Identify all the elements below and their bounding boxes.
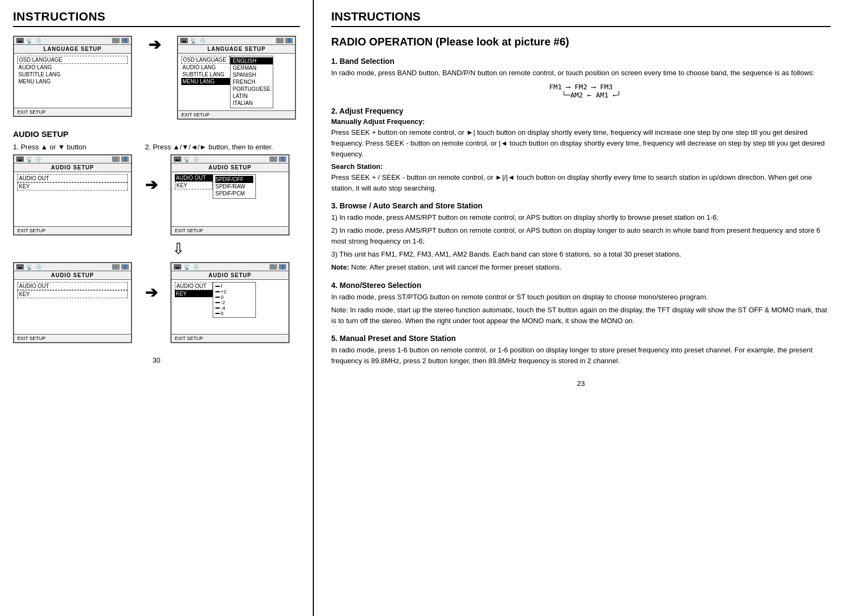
- screen-title-language2: LANGUAGE SETUP: [178, 45, 295, 54]
- screen-header-after: ▬ 📡 💿 🔊 👤: [178, 37, 295, 45]
- language-after-diagram: ▬ 📡 💿 🔊 👤 LANGUAGE SETUP OSD LANGUAGE: [177, 36, 296, 120]
- audio-title1: AUDIO SETUP: [14, 163, 131, 172]
- audio-header2: ▬ 📡 💿 🔊 👤: [172, 155, 288, 163]
- key-bar1: [215, 286, 220, 287]
- spdif-raw: SPDIF/RAW: [215, 183, 253, 190]
- band-diagram: FM1 ⟶ FM2 ⟶ FM3 └─AM2 ← AM1 ←┘: [331, 83, 831, 99]
- manually-adjust-heading: Manually Adjust Frequency:: [331, 117, 831, 126]
- audio-title1b: AUDIO SETUP: [14, 271, 131, 280]
- vol-icon2: 🔊: [276, 38, 284, 43]
- antenna-icon5: 📡: [25, 264, 33, 270]
- user-icon6: 👤: [279, 264, 286, 270]
- menu-subtitle-lang2: SUBTITLE LANG: [181, 71, 230, 78]
- right-section-title: INSTRUCTIONS: [331, 10, 831, 27]
- audio-out-item: AUDIO OUT: [17, 174, 128, 182]
- menu-audio-lang: AUDIO LANG: [17, 64, 128, 71]
- mono-stereo-note: Note: In radio mode, start up the stereo…: [331, 305, 831, 326]
- key-val-m4: -4: [221, 305, 225, 311]
- mono-stereo-p1: In radio mode, press ST/PTOG button on r…: [331, 292, 831, 303]
- user-icon3: 👤: [121, 156, 129, 162]
- key-bar3: [215, 297, 220, 298]
- audio-footer-key: EXIT SETUP: [172, 334, 288, 342]
- step1-label: 1. Press ▲ or ▼ button: [13, 143, 132, 151]
- disc-icon2: 💿: [199, 38, 206, 43]
- menu-menu-lang-selected: MENU LANG: [181, 78, 230, 85]
- spdif-submenu: SPDIF/OFF SPDIF/RAW SPDIF/PCM: [213, 174, 256, 199]
- browse-auto-p1: 1) In radio mode, press AMS/RPT button o…: [331, 212, 831, 223]
- audio-header-icons-rk: 🔊 👤: [269, 264, 286, 270]
- browse-auto-note: Note: Note: After preset station, unit w…: [331, 262, 831, 273]
- page-number-right: 23: [331, 379, 831, 388]
- audio-screen-step1: ▬ 📡 💿 🔊 👤 AUDIO SETUP AUDIO OUT KEY EXIT…: [13, 154, 132, 235]
- section-manual-preset: 5. Manual Preset and Store Station In ra…: [331, 334, 831, 366]
- section-band-selection: 1. Band Selection In radio mode, press B…: [331, 57, 831, 99]
- tv-icon2: ▬: [180, 38, 188, 43]
- language-setup-section: ▬ 📡 💿 🔊 👤 LANGUAGE SETUP OSD LANGUAGE AU…: [13, 36, 300, 120]
- key-val-f: f: [221, 284, 222, 289]
- header-icons-left2: ▬ 📡 💿: [180, 38, 206, 43]
- audio-header-icons-l1b: ▬ 📡 💿: [16, 264, 42, 270]
- submenu-latin: LATIN: [231, 93, 273, 100]
- screen-title-language: LANGUAGE SETUP: [14, 45, 131, 54]
- key-itemk: KEY: [175, 290, 213, 297]
- tv-icon3: ▬: [16, 156, 24, 162]
- arrow-right-language: ➔: [148, 36, 161, 120]
- key-bar2: [215, 291, 220, 292]
- audio-step2-screen-wrapper: ▬ 📡 💿 🔊 👤 AUDIO SETUP AUDIO OUT KEY: [170, 154, 290, 235]
- vol-icon3: 🔊: [112, 156, 120, 162]
- antenna-icon2: 📡: [189, 38, 197, 43]
- disc-icon6: 💿: [192, 264, 200, 270]
- section-browse-auto: 3. Browse / Auto Search and Store Statio…: [331, 201, 831, 273]
- tv-icon5: ▬: [16, 264, 24, 270]
- browse-auto-p2: 2) In radio mode, press AMS/RPT button o…: [331, 225, 831, 247]
- audio-title2: AUDIO SETUP: [172, 163, 288, 172]
- manual-preset-text: In radio mode, press 1-6 button on remot…: [331, 345, 831, 366]
- key-val-0: 0: [221, 294, 223, 300]
- browse-auto-heading: 3. Browse / Auto Search and Store Statio…: [331, 201, 831, 210]
- screen-content-language-before: OSD LANGUAGE AUDIO LANG SUBTITLE LANG ME…: [14, 54, 131, 108]
- audio-header-icons-lk: ▬ 📡 💿: [174, 264, 200, 270]
- spdif-off: SPDIF/OFF: [215, 176, 253, 183]
- audio-footer1: EXIT SETUP: [14, 226, 131, 234]
- band-selection-heading: 1. Band Selection: [331, 57, 831, 65]
- audio-out-itemk: AUDIO OUT: [175, 282, 213, 290]
- key-val-p2: +2: [221, 289, 226, 294]
- tv-icon4: ▬: [174, 156, 181, 162]
- submenu-spanish: SPANISH: [231, 71, 273, 78]
- key-row-p2: +2: [215, 289, 253, 294]
- audio-step-labels-row: 1. Press ▲ or ▼ button 2. Press ▲/▼/◄/► …: [13, 143, 300, 154]
- audio-title-key: AUDIO SETUP: [172, 271, 288, 280]
- tv-icon6: ▬: [174, 264, 181, 270]
- language-screen-before: ▬ 📡 💿 🔊 👤 LANGUAGE SETUP OSD LANGUAGE AU…: [13, 36, 132, 117]
- key-item1b: KEY: [17, 290, 128, 298]
- spdif-pcm: SPDIF/PCM: [215, 190, 253, 197]
- submenu-portuguese: PORTUGUESE: [231, 86, 273, 93]
- adjust-frequency-heading: 2. Adjust Frequency: [331, 107, 831, 115]
- disc-icon: 💿: [35, 38, 42, 43]
- audio-footer2: EXIT SETUP: [172, 226, 288, 234]
- language-screen-after: ▬ 📡 💿 🔊 👤 LANGUAGE SETUP OSD LANGUAGE: [177, 36, 296, 120]
- user-icon4: 👤: [279, 156, 286, 162]
- header-icons-right: 🔊 👤: [112, 38, 129, 43]
- antenna-icon4: 📡: [183, 156, 190, 162]
- menu-menu-lang: MENU LANG: [17, 78, 128, 85]
- screen-footer-exit1: EXIT SETUP: [14, 108, 131, 116]
- mono-stereo-heading: 4. Mono/Stereo Selection: [331, 281, 831, 290]
- vol-icon6: 🔊: [269, 264, 277, 270]
- header-icons-right2: 🔊 👤: [276, 38, 293, 43]
- audio-header-icons-r1b: 🔊 👤: [112, 264, 129, 270]
- key-val-b: b: [221, 311, 223, 316]
- note-bold-browse: Note:: [331, 263, 349, 271]
- left-panel: INSTRUCTIONS ▬ 📡 💿 🔊 👤 LANGUAGE SETUP: [0, 0, 314, 616]
- left-section-title: INSTRUCTIONS: [13, 10, 300, 27]
- audio-out-item1b: AUDIO OUT: [17, 282, 128, 290]
- disc-icon3: 💿: [35, 156, 42, 162]
- arrow-right-audio1: ➔: [145, 176, 157, 194]
- language-submenu: ENGLISH GERMAN SPANISH FRENCH PORTUGUESE…: [230, 56, 273, 108]
- menu-osd-language: OSD LANGUAGE: [17, 56, 128, 64]
- audio-step1-screen-wrapper: ▬ 📡 💿 🔊 👤 AUDIO SETUP AUDIO OUT KEY EXIT…: [13, 154, 132, 235]
- disc-icon5: 💿: [35, 264, 42, 270]
- menu-audio-lang2: AUDIO LANG: [181, 64, 230, 71]
- screen-content-language-after: OSD LANGUAGE AUDIO LANG SUBTITLE LANG ME…: [178, 54, 295, 110]
- search-station-heading: Search Station:: [331, 162, 831, 171]
